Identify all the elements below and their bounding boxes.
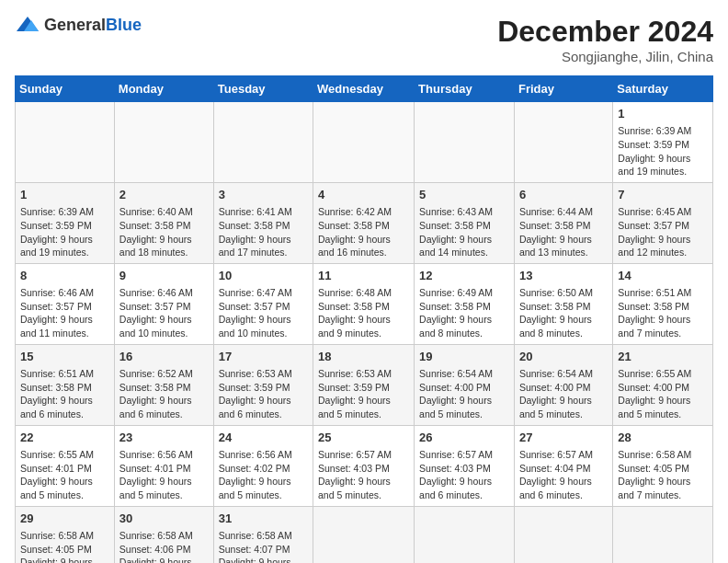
calendar-cell (514, 102, 612, 183)
day-number: 11 (318, 268, 409, 284)
sunset-label: Sunset: 4:00 PM (519, 382, 591, 393)
sunset-label: Sunset: 3:59 PM (318, 382, 390, 393)
sunset-label: Sunset: 4:02 PM (219, 463, 290, 474)
location-title: Songjianghe, Jilin, China (497, 49, 713, 64)
calendar-cell: 1Sunrise: 6:39 AMSunset: 3:59 PMDaylight… (16, 182, 115, 263)
day-number: 29 (20, 511, 109, 527)
calendar-cell (415, 506, 515, 563)
sunrise-label: Sunrise: 6:57 AM (419, 449, 493, 460)
sunrise-label: Sunrise: 6:58 AM (20, 530, 94, 541)
calendar-cell: 30Sunrise: 6:58 AMSunset: 4:06 PMDayligh… (114, 506, 213, 563)
day-number: 25 (318, 430, 409, 446)
calendar-cell: 22Sunrise: 6:55 AMSunset: 4:01 PMDayligh… (16, 425, 115, 506)
day-number: 7 (618, 187, 708, 203)
daylight-label: Daylight: 9 hours and 13 minutes. (519, 234, 592, 259)
daylight-label: Daylight: 9 hours and 5 minutes. (219, 476, 291, 500)
sunset-label: Sunset: 4:07 PM (219, 544, 290, 555)
calendar-cell (16, 102, 115, 183)
day-number: 4 (318, 187, 409, 203)
day-number: 24 (219, 430, 308, 446)
calendar-cell: 5Sunrise: 6:43 AMSunset: 3:58 PMDaylight… (415, 182, 515, 263)
calendar-cell: 10Sunrise: 6:47 AMSunset: 3:57 PMDayligh… (213, 263, 313, 344)
daylight-label: Daylight: 9 hours and 6 minutes. (519, 476, 592, 500)
day-number: 19 (419, 349, 509, 365)
sunrise-label: Sunrise: 6:39 AM (20, 206, 94, 217)
calendar-cell: 12Sunrise: 6:49 AMSunset: 3:58 PMDayligh… (415, 263, 515, 344)
sunset-label: Sunset: 3:59 PM (20, 220, 92, 231)
day-number: 6 (519, 187, 608, 203)
calendar-cell: 4Sunrise: 6:42 AMSunset: 3:58 PMDaylight… (313, 182, 415, 263)
calendar-cell: 26Sunrise: 6:57 AMSunset: 4:03 PMDayligh… (415, 425, 515, 506)
sunset-label: Sunset: 3:59 PM (219, 382, 290, 393)
sunset-label: Sunset: 4:03 PM (419, 463, 491, 474)
sunset-label: Sunset: 3:58 PM (519, 301, 591, 312)
day-number: 1 (20, 187, 109, 203)
sunset-label: Sunset: 3:57 PM (119, 301, 191, 312)
calendar-cell (313, 102, 415, 183)
day-number: 14 (618, 268, 708, 284)
day-number: 30 (119, 511, 209, 527)
calendar-cell: 18Sunrise: 6:53 AMSunset: 3:59 PMDayligh… (313, 344, 415, 425)
day-number: 13 (519, 268, 608, 284)
daylight-label: Daylight: 9 hours and 12 minutes. (618, 234, 690, 259)
calendar-cell: 14Sunrise: 6:51 AMSunset: 3:58 PMDayligh… (613, 263, 713, 344)
day-number: 26 (419, 430, 509, 446)
daylight-label: Daylight: 9 hours and 14 minutes. (419, 234, 492, 259)
daylight-label: Daylight: 9 hours and 5 minutes. (519, 395, 592, 419)
day-number: 27 (519, 430, 608, 446)
calendar-week-2: 1Sunrise: 6:39 AMSunset: 3:59 PMDaylight… (16, 182, 713, 263)
calendar-cell: 31Sunrise: 6:58 AMSunset: 4:07 PMDayligh… (213, 506, 313, 563)
daylight-label: Daylight: 9 hours and 8 minutes. (219, 557, 291, 563)
calendar-cell (415, 102, 515, 183)
daylight-label: Daylight: 9 hours and 6 minutes. (20, 395, 93, 419)
logo-blue: Blue (106, 16, 142, 34)
sunrise-label: Sunrise: 6:56 AM (119, 449, 193, 460)
calendar-cell (613, 506, 713, 563)
calendar-cell: 21Sunrise: 6:55 AMSunset: 4:00 PMDayligh… (613, 344, 713, 425)
calendar-cell: 2Sunrise: 6:40 AMSunset: 3:58 PMDaylight… (114, 182, 213, 263)
daylight-label: Daylight: 9 hours and 17 minutes. (219, 234, 291, 259)
sunrise-label: Sunrise: 6:42 AM (318, 206, 392, 217)
calendar-week-3: 8Sunrise: 6:46 AMSunset: 3:57 PMDaylight… (16, 263, 713, 344)
day-number: 31 (219, 511, 308, 527)
daylight-label: Daylight: 9 hours and 18 minutes. (119, 234, 192, 259)
sunrise-label: Sunrise: 6:46 AM (20, 287, 94, 298)
sunrise-label: Sunrise: 6:52 AM (119, 368, 193, 379)
daylight-label: Daylight: 9 hours and 5 minutes. (20, 476, 93, 500)
sunrise-label: Sunrise: 6:48 AM (318, 287, 392, 298)
daylight-label: Daylight: 9 hours and 19 minutes. (618, 153, 690, 178)
sunrise-label: Sunrise: 6:55 AM (618, 368, 691, 379)
sunset-label: Sunset: 4:04 PM (519, 463, 591, 474)
daylight-label: Daylight: 9 hours and 8 minutes. (419, 314, 492, 339)
daylight-label: Daylight: 9 hours and 7 minutes. (20, 557, 93, 563)
daylight-label: Daylight: 9 hours and 11 minutes. (20, 314, 93, 339)
sunset-label: Sunset: 3:58 PM (419, 220, 491, 231)
calendar-header-tuesday: Tuesday (213, 76, 313, 102)
calendar-cell: 16Sunrise: 6:52 AMSunset: 3:58 PMDayligh… (114, 344, 213, 425)
day-number: 21 (618, 349, 708, 365)
daylight-label: Daylight: 9 hours and 9 minutes. (318, 314, 391, 339)
title-block: December 2024 Songjianghe, Jilin, China (497, 15, 713, 64)
day-number: 3 (219, 187, 308, 203)
sunrise-label: Sunrise: 6:53 AM (318, 368, 392, 379)
sunrise-label: Sunrise: 6:56 AM (219, 449, 292, 460)
sunset-label: Sunset: 4:00 PM (419, 382, 491, 393)
day-number: 16 (119, 349, 209, 365)
sunset-label: Sunset: 4:03 PM (318, 463, 390, 474)
sunset-label: Sunset: 4:06 PM (119, 544, 191, 555)
page-header: GeneralBlue December 2024 Songjianghe, J… (15, 15, 713, 64)
logo-icon (15, 15, 40, 35)
calendar-week-1: 1Sunrise: 6:39 AMSunset: 3:59 PMDaylight… (16, 102, 713, 183)
calendar-cell: 28Sunrise: 6:58 AMSunset: 4:05 PMDayligh… (613, 425, 713, 506)
logo-general: General (44, 16, 106, 34)
day-number: 18 (318, 349, 409, 365)
calendar-cell: 13Sunrise: 6:50 AMSunset: 3:58 PMDayligh… (514, 263, 612, 344)
day-number: 15 (20, 349, 109, 365)
calendar-cell: 25Sunrise: 6:57 AMSunset: 4:03 PMDayligh… (313, 425, 415, 506)
sunset-label: Sunset: 4:00 PM (618, 382, 689, 393)
daylight-label: Daylight: 9 hours and 5 minutes. (419, 395, 492, 419)
day-number: 9 (119, 268, 209, 284)
daylight-label: Daylight: 9 hours and 5 minutes. (318, 476, 391, 500)
sunrise-label: Sunrise: 6:54 AM (419, 368, 493, 379)
sunset-label: Sunset: 4:01 PM (119, 463, 191, 474)
